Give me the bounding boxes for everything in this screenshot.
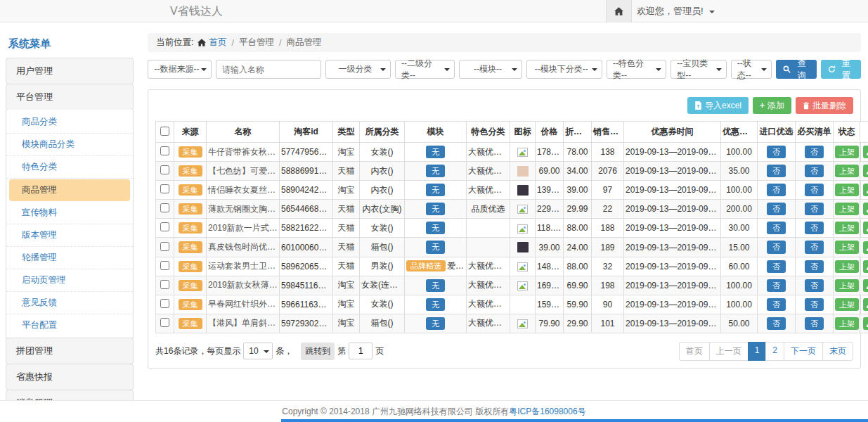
page-button-2[interactable]: 2 bbox=[765, 342, 784, 361]
import-select-badge[interactable]: 否 bbox=[767, 279, 786, 292]
module-subcategory-select[interactable]: --模块下分类-- bbox=[526, 60, 602, 79]
must-buy-badge[interactable]: 否 bbox=[805, 298, 824, 311]
module-none-badge[interactable]: 无 bbox=[426, 241, 445, 253]
sidebar-group-省惠快报[interactable]: 省惠快报 bbox=[6, 364, 134, 390]
sidebar-group-平台管理[interactable]: 平台管理 bbox=[6, 84, 134, 110]
status-badge[interactable]: 上架 bbox=[835, 222, 859, 234]
sidebar-item-商品分类[interactable]: 商品分类 bbox=[6, 111, 133, 134]
edit-button[interactable] bbox=[863, 241, 868, 254]
import-select-badge[interactable]: 否 bbox=[767, 222, 786, 234]
search-button[interactable]: 查询 bbox=[776, 60, 816, 79]
reset-button[interactable]: 重置 bbox=[821, 60, 861, 79]
import-select-badge[interactable]: 否 bbox=[767, 146, 786, 158]
import-select-badge[interactable]: 否 bbox=[767, 298, 786, 311]
edit-button[interactable] bbox=[863, 184, 868, 196]
import-excel-button[interactable]: 导入excel bbox=[687, 97, 749, 114]
import-select-badge[interactable]: 否 bbox=[767, 317, 786, 330]
must-buy-badge[interactable]: 否 bbox=[805, 260, 824, 273]
page-button-上一页[interactable]: 上一页 bbox=[709, 342, 749, 361]
jump-button[interactable]: 跳转到 bbox=[301, 343, 335, 360]
status-badge[interactable]: 上架 bbox=[835, 241, 859, 253]
module-select[interactable]: --模块-- bbox=[459, 60, 522, 79]
select-all-checkbox[interactable] bbox=[160, 127, 169, 136]
import-select-badge[interactable]: 否 bbox=[767, 241, 786, 253]
sidebar-item-意见反馈[interactable]: 意见反馈 bbox=[6, 292, 133, 314]
per-page-select[interactable]: 10 bbox=[243, 343, 273, 359]
row-checkbox[interactable] bbox=[160, 299, 169, 308]
module-none-badge[interactable]: 无 bbox=[426, 146, 445, 158]
edit-button[interactable] bbox=[863, 165, 868, 177]
must-buy-badge[interactable]: 否 bbox=[805, 165, 824, 177]
nav-home-button[interactable] bbox=[606, 0, 632, 22]
must-buy-badge[interactable]: 否 bbox=[805, 279, 824, 292]
page-button-下一页[interactable]: 下一页 bbox=[784, 342, 823, 361]
module-none-badge[interactable]: 无 bbox=[426, 165, 445, 177]
module-none-badge[interactable]: 无 bbox=[426, 279, 445, 292]
must-buy-badge[interactable]: 否 bbox=[805, 146, 824, 158]
name-input[interactable] bbox=[216, 60, 321, 79]
edit-button[interactable] bbox=[863, 203, 868, 215]
must-buy-badge[interactable]: 否 bbox=[805, 184, 824, 196]
status-badge[interactable]: 上架 bbox=[835, 203, 859, 215]
row-checkbox[interactable] bbox=[160, 146, 169, 155]
row-checkbox[interactable] bbox=[160, 222, 169, 231]
import-select-badge[interactable]: 否 bbox=[767, 203, 786, 215]
level2-category-select[interactable]: --二级分类-- bbox=[395, 60, 455, 79]
module-none-badge[interactable]: 无 bbox=[426, 222, 445, 234]
status-badge[interactable]: 上架 bbox=[835, 165, 859, 177]
feature-category-select[interactable]: --特色分类-- bbox=[607, 60, 666, 79]
row-checkbox[interactable] bbox=[160, 165, 169, 174]
batch-delete-button[interactable]: 批量删除 bbox=[796, 97, 853, 114]
row-checkbox[interactable] bbox=[160, 242, 169, 251]
item-type-select[interactable]: --宝贝类型-- bbox=[671, 60, 727, 79]
status-badge[interactable]: 上架 bbox=[835, 317, 859, 330]
sidebar-item-轮播管理[interactable]: 轮播管理 bbox=[6, 247, 133, 269]
sidebar-item-宣传物料[interactable]: 宣传物料 bbox=[6, 202, 133, 224]
row-checkbox[interactable] bbox=[160, 318, 169, 327]
breadcrumb-home-link[interactable]: 首页 bbox=[209, 37, 226, 49]
sidebar-item-启动页管理[interactable]: 启动页管理 bbox=[6, 269, 133, 292]
sidebar-item-平台配置[interactable]: 平台配置 bbox=[6, 314, 133, 336]
page-button-首页[interactable]: 首页 bbox=[679, 342, 710, 361]
row-checkbox[interactable] bbox=[160, 261, 169, 270]
edit-button[interactable] bbox=[863, 298, 868, 311]
status-badge[interactable]: 上架 bbox=[835, 146, 859, 158]
sidebar-item-模块商品分类[interactable]: 模块商品分类 bbox=[6, 134, 133, 156]
page-button-1[interactable]: 1 bbox=[748, 342, 767, 361]
sidebar-item-版本管理[interactable]: 版本管理 bbox=[6, 224, 133, 247]
status-badge[interactable]: 上架 bbox=[835, 184, 859, 196]
status-badge[interactable]: 上架 bbox=[835, 279, 859, 292]
status-select[interactable]: --状态-- bbox=[731, 60, 772, 79]
add-button[interactable]: + 添加 bbox=[753, 97, 791, 114]
sidebar-group-拼团管理[interactable]: 拼团管理 bbox=[6, 338, 134, 364]
import-select-badge[interactable]: 否 bbox=[767, 165, 786, 177]
must-buy-badge[interactable]: 否 bbox=[805, 222, 824, 234]
page-button-末页[interactable]: 末页 bbox=[822, 342, 853, 361]
module-none-badge[interactable]: 无 bbox=[426, 203, 445, 215]
sidebar-item-特色分类[interactable]: 特色分类 bbox=[6, 156, 133, 179]
module-none-badge[interactable]: 无 bbox=[426, 298, 445, 311]
edit-button[interactable] bbox=[863, 317, 868, 330]
edit-button[interactable] bbox=[863, 279, 868, 292]
edit-button[interactable] bbox=[863, 146, 868, 158]
level1-category-select[interactable]: 一级分类 bbox=[325, 60, 391, 79]
row-checkbox[interactable] bbox=[160, 203, 169, 212]
status-badge[interactable]: 上架 bbox=[835, 260, 859, 273]
must-buy-badge[interactable]: 否 bbox=[805, 317, 824, 330]
must-buy-badge[interactable]: 否 bbox=[805, 241, 824, 253]
status-badge[interactable]: 上架 bbox=[835, 298, 859, 311]
import-select-badge[interactable]: 否 bbox=[767, 260, 786, 273]
module-none-badge[interactable]: 无 bbox=[426, 184, 445, 196]
sidebar-item-商品管理[interactable]: 商品管理 bbox=[9, 179, 130, 201]
edit-button[interactable] bbox=[863, 222, 868, 234]
edit-button[interactable] bbox=[863, 260, 868, 273]
user-menu[interactable]: 欢迎您，管理员! bbox=[637, 0, 715, 22]
sidebar-group-用户管理[interactable]: 用户管理 bbox=[6, 58, 134, 84]
must-buy-badge[interactable]: 否 bbox=[805, 203, 824, 215]
jump-page-input[interactable] bbox=[349, 343, 373, 359]
data-source-select[interactable]: --数据来源-- bbox=[148, 60, 212, 79]
row-checkbox[interactable] bbox=[160, 280, 169, 289]
module-brand-badge[interactable]: 品牌精选 bbox=[406, 260, 446, 271]
icp-link[interactable]: 粤ICP备16098006号 bbox=[509, 406, 585, 418]
row-checkbox[interactable] bbox=[160, 184, 169, 193]
